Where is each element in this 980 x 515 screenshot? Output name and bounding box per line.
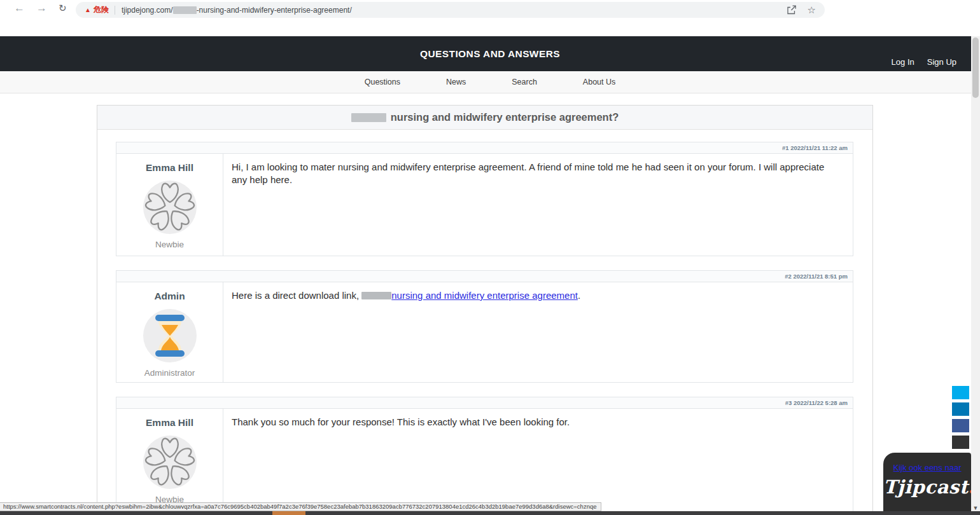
post-1-timestamp: #1 2022/11/21 11:22 am <box>116 142 853 154</box>
twitter-share-button[interactable] <box>952 386 969 399</box>
signup-link[interactable]: Sign Up <box>927 57 956 67</box>
thread-card: nursing and midwifery enterprise agreeme… <box>97 105 873 515</box>
auth-links: Log In Sign Up <box>892 57 956 67</box>
nav-item-search[interactable]: Search <box>512 78 537 86</box>
url-prefix: tjipdejong.com/ <box>122 6 173 15</box>
thread-title: nursing and midwifery enterprise agreeme… <box>97 106 872 130</box>
download-link[interactable]: nursing and midwifery enterprise agreeme… <box>361 290 578 301</box>
post-1: #1 2022/11/21 11:22 am Emma Hill <box>116 142 853 256</box>
share-rail <box>952 386 969 452</box>
author-name[interactable]: Admin <box>116 291 223 302</box>
taskbar-edge <box>0 511 980 515</box>
nav-item-about-us[interactable]: About Us <box>583 78 615 86</box>
author-name[interactable]: Emma Hill <box>116 162 223 174</box>
site-header: QUESTIONS AND ANSWERS Log In Sign Up <box>0 36 980 71</box>
flower-icon <box>143 436 197 489</box>
forward-icon[interactable]: → <box>36 2 47 15</box>
avatar[interactable] <box>143 309 197 362</box>
post-1-author-panel: Emma Hill Newbie <box>116 154 223 256</box>
login-link[interactable]: Log In <box>892 57 914 67</box>
post-2-text: Here is a direct download link, <box>232 290 361 301</box>
tjipcast-logo: Tjipcast. <box>883 476 971 498</box>
url-redaction-box <box>173 6 197 14</box>
post-2-timestamp: #2 2022/11/21 8:51 pm <box>116 271 853 282</box>
title-redaction-box <box>351 113 386 122</box>
linkedin-share-button[interactable] <box>952 402 969 416</box>
scrollbar-thumb[interactable] <box>972 38 979 98</box>
promo-box: Kijk ook eens naar Tjipcast. <box>883 453 971 515</box>
more-share-button[interactable] <box>952 436 969 449</box>
post-2: #2 2022/11/21 8:51 pm Admin Administrato… <box>116 270 853 383</box>
main-nav: Questions News Search About Us <box>0 71 980 93</box>
facebook-share-button[interactable] <box>952 419 969 432</box>
taskbar-accent <box>272 511 305 515</box>
omnibox-divider <box>115 6 115 15</box>
browser-toolbar: ← → ↻ ▲ 危険 tjipdejong.com/-nursing-and-m… <box>0 0 980 20</box>
post-2-content: Here is a direct download link, nursing … <box>223 282 853 382</box>
promo-link[interactable]: Kijk ook eens naar <box>893 463 962 472</box>
scrollbar-down-arrow-icon[interactable]: ▼ <box>971 505 980 511</box>
bookmark-star-icon[interactable]: ☆ <box>808 4 816 16</box>
status-url-tooltip: https://www.smartcontracts.nl/content.ph… <box>0 502 601 511</box>
hourglass-icon <box>143 309 197 362</box>
back-icon[interactable]: ← <box>14 2 25 15</box>
post-3: #3 2022/11/22 5:28 am Emma Hill <box>116 397 853 515</box>
avatar[interactable] <box>143 436 197 489</box>
post-list: #1 2022/11/21 11:22 am Emma Hill <box>97 130 872 515</box>
flower-icon <box>143 181 197 234</box>
scrollbar[interactable]: ▼ <box>971 36 980 515</box>
thread-title-text: nursing and midwifery enterprise agreeme… <box>391 111 619 123</box>
post-3-content: Thank you so much for your response! Thi… <box>223 409 853 515</box>
post-1-content: Hi, I am looking to mater nursing and mi… <box>223 154 853 256</box>
avatar[interactable] <box>143 181 197 234</box>
author-name[interactable]: Emma Hill <box>116 417 223 429</box>
nav-item-questions[interactable]: Questions <box>365 78 400 86</box>
post-3-author-panel: Emma Hill Newbie <box>116 409 223 515</box>
post-2-author-panel: Admin Administrator <box>116 282 223 382</box>
url-suffix: -nursing-and-midwifery-enterprise-agreem… <box>197 6 352 15</box>
security-warning-label[interactable]: 危険 <box>94 4 109 15</box>
site-title: QUESTIONS AND ANSWERS <box>0 36 980 60</box>
post-3-timestamp: #3 2022/11/22 5:28 am <box>116 397 853 409</box>
author-role: Newbie <box>116 240 223 249</box>
page-url: tjipdejong.com/-nursing-and-midwifery-en… <box>122 6 352 15</box>
reload-icon[interactable]: ↻ <box>59 3 67 14</box>
address-bar[interactable]: ▲ 危険 tjipdejong.com/-nursing-and-midwife… <box>76 2 825 18</box>
share-icon[interactable] <box>787 5 797 15</box>
security-warning-icon[interactable]: ▲ <box>85 6 91 13</box>
post-2-text-end: . <box>578 290 580 301</box>
nav-item-news[interactable]: News <box>446 78 466 86</box>
link-redaction-box <box>361 292 391 299</box>
author-role: Administrator <box>116 368 223 378</box>
